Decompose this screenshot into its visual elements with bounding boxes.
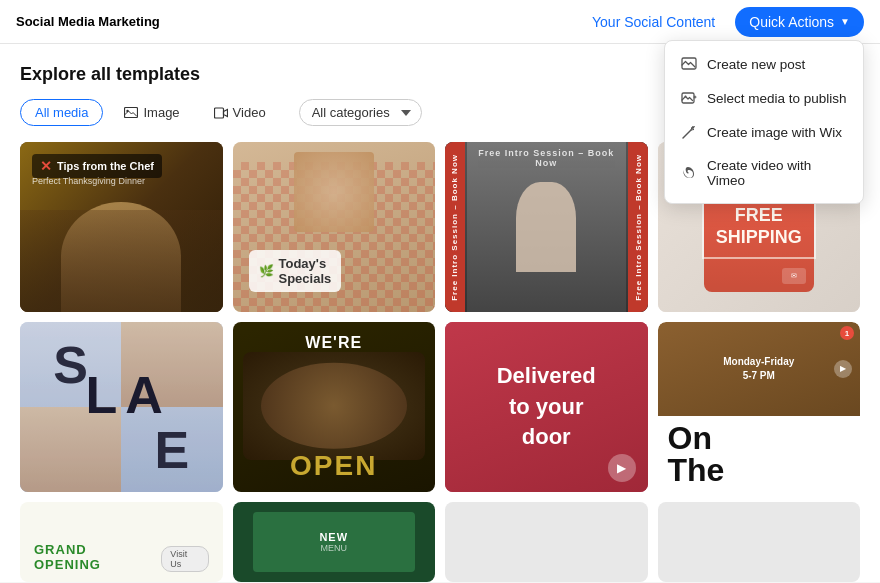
wand-icon	[681, 124, 697, 140]
create-new-post-item[interactable]: Create new post	[665, 47, 863, 81]
image-filter[interactable]: Image	[111, 99, 192, 126]
your-social-content-button[interactable]: Your Social Content	[580, 8, 727, 36]
template-card-new-menu[interactable]: NEW MENU	[233, 502, 436, 582]
chevron-down-icon: ▼	[840, 16, 850, 27]
video-filter[interactable]: Video	[201, 99, 279, 126]
create-image-wix-label: Create image with Wix	[707, 125, 842, 140]
image-icon	[681, 56, 697, 72]
template-card-on-the[interactable]: Monday-Friday5-7 PM ▶ 1 OnThe	[658, 322, 861, 492]
create-video-vimeo-item[interactable]: Create video with Vimeo	[665, 149, 863, 197]
card-1-subtitle: Perfect Thanksgiving Dinner	[32, 176, 145, 186]
template-card-todays-specials[interactable]: 🌿 Today'sSpecials	[233, 142, 436, 312]
templates-grid-row2: S E L A WE'RE OPEN Deliveredto yourdoor …	[20, 322, 860, 492]
category-select[interactable]: All categories	[299, 99, 422, 126]
video-filter-icon	[214, 106, 228, 120]
card-3-right-text: Free Intro Session – Book Now	[628, 142, 648, 312]
quick-actions-dropdown: Create new post Select media to publish …	[664, 40, 864, 204]
on-the-text: OnThe	[668, 422, 725, 486]
create-video-vimeo-label: Create video with Vimeo	[707, 158, 847, 188]
grand-opening-text: GRAND OPENING	[34, 542, 153, 572]
card-3-left-text: Free Intro Session – Book Now	[445, 142, 465, 312]
play-icon: ▶	[608, 454, 636, 482]
video-play-icon: ▶	[834, 360, 852, 378]
svg-rect-6	[214, 108, 223, 118]
leaf-icon: 🌿	[259, 264, 274, 278]
delivered-door-text: Deliveredto yourdoor	[497, 361, 596, 453]
select-media-label: Select media to publish	[707, 91, 847, 106]
select-media-item[interactable]: Select media to publish	[665, 81, 863, 115]
template-card-grand-opening[interactable]: GRAND OPENING Visit Us	[20, 502, 223, 582]
header: Social Media Marketing Your Social Conte…	[0, 0, 880, 44]
template-card-sale[interactable]: S E L A	[20, 322, 223, 492]
vimeo-icon	[681, 165, 697, 181]
monday-friday-label: Monday-Friday5-7 PM	[723, 355, 794, 383]
template-card-free-intro[interactable]: Free Intro Session – Book Now Free Intro…	[445, 142, 648, 312]
notification-badge: 1	[840, 326, 854, 340]
app-logo: Social Media Marketing	[16, 14, 160, 29]
template-card-empty-4[interactable]	[658, 502, 861, 582]
card-1-title: ✕ Tips from the Chef	[32, 154, 162, 178]
new-menu-text: NEW	[319, 531, 348, 543]
image-filter-icon	[124, 106, 138, 120]
template-card-empty-3[interactable]	[445, 502, 648, 582]
svg-point-3	[692, 126, 694, 128]
visit-us-button[interactable]: Visit Us	[161, 546, 208, 572]
card-2-badge: 🌿 Today'sSpecials	[249, 250, 342, 292]
template-card-delivered[interactable]: Deliveredto yourdoor ▶	[445, 322, 648, 492]
header-actions: Your Social Content Quick Actions ▼	[580, 7, 864, 37]
quick-actions-button[interactable]: Quick Actions ▼	[735, 7, 864, 37]
all-media-filter[interactable]: All media	[20, 99, 103, 126]
photo-icon	[681, 90, 697, 106]
create-new-post-label: Create new post	[707, 57, 805, 72]
create-image-wix-item[interactable]: Create image with Wix	[665, 115, 863, 149]
template-card-were-open[interactable]: WE'RE OPEN	[233, 322, 436, 492]
were-open-title: WE'RE	[233, 334, 436, 352]
new-menu-sub: MENU	[321, 543, 348, 553]
todays-specials-label: Today'sSpecials	[279, 256, 332, 286]
templates-grid-row3: GRAND OPENING Visit Us NEW MENU	[20, 502, 860, 582]
template-card-tips-chef[interactable]: ✕ Tips from the Chef Perfect Thanksgivin…	[20, 142, 223, 312]
were-open-open: OPEN	[233, 450, 436, 482]
